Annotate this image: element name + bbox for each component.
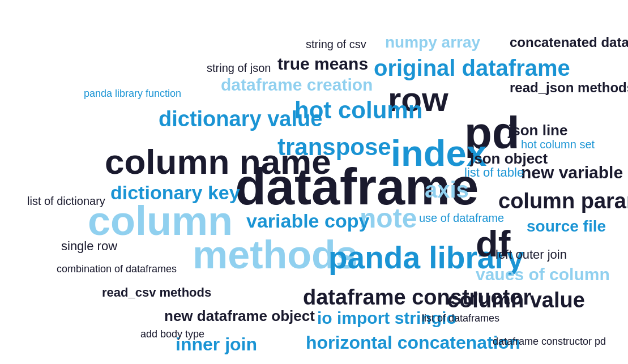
word-panda-library-function: panda library function bbox=[84, 88, 181, 100]
word-add-body-type: add body type bbox=[140, 328, 204, 340]
word-dictionary-key: dictionary key bbox=[110, 182, 240, 204]
word-json-line: json line bbox=[508, 122, 567, 139]
word-cloud: dataframecolumn namepdcolumnmethodsindex… bbox=[0, 0, 628, 364]
word-column-parameters: column parameters bbox=[498, 189, 628, 213]
word-dictionary-value: dictionary value bbox=[159, 107, 322, 131]
word-combination-of-dataframes: combination of dataframes bbox=[57, 263, 177, 275]
word-list-of-table: list of table bbox=[464, 165, 524, 180]
word-dataframe-creation: dataframe creation bbox=[221, 75, 373, 95]
word-axis: axis bbox=[425, 177, 469, 203]
word-single-row: single row bbox=[61, 239, 117, 254]
word-read-csv-methods: read_csv methods bbox=[102, 285, 211, 300]
word-vaues-of-column: vaues of column bbox=[476, 265, 610, 284]
word-dataframe-constructor-pd: dataframe constructor pd bbox=[493, 336, 606, 348]
word-read-json-methods: read_json methods bbox=[510, 80, 628, 96]
word-new-variable: new variable bbox=[521, 163, 623, 182]
word-source-file: source file bbox=[527, 217, 606, 235]
word-string-of-csv: string of csv bbox=[306, 38, 366, 51]
word-variable-copy: variable copy bbox=[246, 210, 369, 232]
word-list-of-dataframes: list of dataframes bbox=[422, 312, 499, 324]
word-concatenated-dataframe: concatenated dataframe bbox=[510, 35, 628, 50]
word-original-dataframe: original dataframe bbox=[374, 55, 570, 81]
word-dataframe-constructor: dataframe constructor bbox=[303, 285, 531, 310]
word-true-means: true means bbox=[277, 54, 368, 74]
word-use-of-dataframe: use of dataframe bbox=[419, 212, 504, 225]
word-left-outer-join: left outer join bbox=[495, 247, 567, 262]
word-numpy-array: numpy array bbox=[385, 33, 480, 52]
word-list-of-dictionary: list of dictionary bbox=[27, 195, 105, 208]
word-transpose: transpose bbox=[277, 134, 391, 161]
word-string-of-json: string of json bbox=[207, 62, 271, 75]
word-horizontal-concatenation: horizontal concatenation bbox=[306, 332, 520, 353]
word-new-dataframe-object: new dataframe object bbox=[164, 307, 315, 325]
word-hot-column-set: hot column set bbox=[521, 138, 595, 151]
